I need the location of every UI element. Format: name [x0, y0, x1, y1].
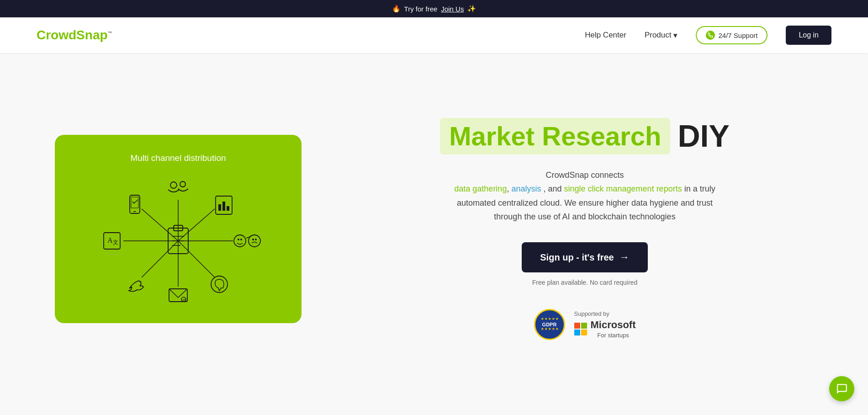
svg-point-20 [238, 239, 239, 240]
support-button[interactable]: 24/7 Support [696, 26, 768, 44]
ms-blue-tile [574, 330, 580, 335]
ms-startup: For startups [591, 332, 636, 339]
signup-button[interactable]: Sign up - it's free → [522, 242, 647, 272]
sub-green2: single click management reports [564, 184, 682, 193]
svg-text:@: @ [182, 298, 186, 302]
svg-point-21 [240, 239, 242, 240]
ms-yellow-tile [581, 330, 587, 335]
hub-diagram: @ A 文 [73, 177, 283, 305]
ms-red-tile [574, 323, 580, 329]
gdpr-stars-bottom: ★ ★ ★ ★ ★ [541, 327, 558, 331]
gdpr-text: GDPR [542, 322, 557, 327]
svg-point-23 [252, 239, 254, 240]
support-label: 24/7 Support [719, 32, 758, 39]
nav-product-label: Product [645, 31, 672, 40]
svg-line-3 [178, 241, 215, 277]
star-icon: ★ [545, 327, 547, 331]
star-icon: ★ [556, 317, 558, 321]
header: CrowdSnap™ Help Center Product ▾ 24/7 Su… [0, 17, 868, 53]
ms-grid-icon [574, 323, 587, 335]
illustration-title: Multi channel distribution [130, 153, 226, 163]
microsoft-support: Supported by Microsoft For startups [574, 310, 636, 339]
signup-arrow-icon: → [619, 251, 630, 263]
star-icon: ★ [552, 317, 555, 321]
logo-green: Snap [76, 28, 107, 42]
star-icon: ★ [541, 317, 544, 321]
svg-point-13 [170, 182, 177, 188]
hero-subtext: CrowdSnap connects data gathering, analy… [443, 168, 726, 224]
svg-rect-17 [222, 202, 225, 211]
top-banner: 🔥 Try for free Join Us ✨ [0, 0, 868, 17]
svg-text:文: 文 [113, 239, 118, 245]
nav-help-center[interactable]: Help Center [585, 31, 626, 40]
banner-fire-icon: 🔥 [392, 5, 401, 13]
banner-join-link[interactable]: Join Us [441, 5, 464, 13]
banner-text: Try for free [404, 5, 438, 13]
main-content: Multi channel distribution [0, 53, 868, 405]
sub-comma1: , [507, 184, 509, 193]
cta-subtext: Free plan available. No card required [532, 279, 637, 286]
nav-product-dropdown[interactable]: Product ▾ [645, 31, 677, 40]
signup-label: Sign up - it's free [540, 252, 614, 263]
sub-green1: data gathering [454, 184, 507, 193]
star-icon: ★ [545, 317, 547, 321]
sub-intro: CrowdSnap connects [545, 170, 624, 180]
svg-point-19 [234, 235, 246, 247]
svg-line-5 [142, 241, 178, 277]
headline-highlight: Market Research [440, 118, 670, 154]
star-icon: ★ [541, 327, 544, 331]
logo-dark: Crowd [37, 28, 76, 42]
hero-section: Market Research DIY CrowdSnap connects d… [338, 118, 831, 340]
svg-point-14 [180, 181, 185, 187]
gdpr-badge: ★ ★ ★ ★ ★ GDPR ★ ★ ★ ★ ★ [534, 309, 565, 340]
gdpr-stars: ★ ★ ★ ★ ★ [541, 317, 558, 321]
hero-headline: Market Research DIY [440, 118, 730, 154]
chevron-down-icon: ▾ [673, 31, 677, 40]
support-icon [706, 31, 715, 40]
star-icon: ★ [548, 317, 551, 321]
headline-diy: DIY [677, 119, 729, 153]
star-icon: ★ [556, 327, 558, 331]
sub-blue: analysis [511, 184, 541, 193]
supported-label: Supported by [574, 310, 609, 317]
illustration-panel: Multi channel distribution [55, 135, 302, 323]
star-icon: ★ [552, 327, 555, 331]
sub-and: , and [543, 184, 561, 193]
svg-point-24 [255, 239, 257, 240]
chat-button[interactable] [829, 376, 854, 401]
logo-tm: ™ [108, 31, 112, 36]
ms-name: Microsoft [591, 319, 636, 331]
chat-icon [836, 383, 848, 395]
svg-text:A: A [107, 236, 113, 244]
svg-rect-16 [218, 204, 221, 211]
star-icon: ★ [548, 327, 551, 331]
nav: Help Center Product ▾ 24/7 Support Log i… [585, 26, 831, 45]
ms-green-tile [581, 323, 587, 329]
supported-by-section: ★ ★ ★ ★ ★ GDPR ★ ★ ★ ★ ★ Supported by [534, 309, 636, 340]
logo[interactable]: CrowdSnap™ [37, 28, 112, 43]
login-button[interactable]: Log in [786, 26, 831, 45]
svg-rect-18 [227, 206, 229, 211]
banner-sparkle-icon: ✨ [467, 5, 476, 13]
microsoft-logo: Microsoft For startups [574, 319, 636, 339]
